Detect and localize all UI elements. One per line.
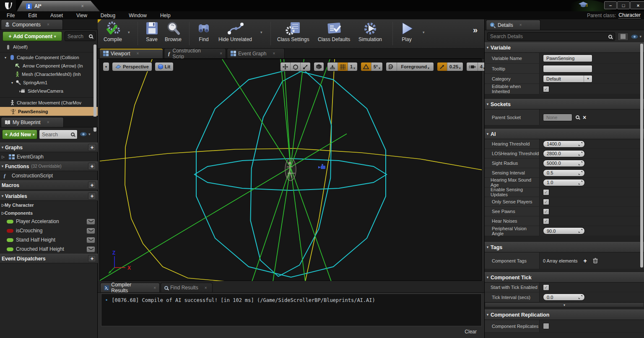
find-button[interactable]: Find	[196, 21, 211, 42]
viewport-3d[interactable]: Z X ▾ Perspective Lit	[99, 59, 482, 281]
details-view-options-button[interactable]: ▾	[631, 34, 641, 39]
advanced-properties-expander[interactable]: ▾	[485, 302, 644, 307]
add-variable-button[interactable]: +	[88, 192, 96, 200]
lit-mode-button[interactable]: Lit	[155, 62, 174, 71]
window-minimize-button[interactable]: –	[604, 1, 617, 9]
tab-construction-script[interactable]: ƒ Construction Scrip ×	[164, 48, 226, 58]
reset-to-default-icon[interactable]	[579, 229, 582, 233]
tab-details[interactable]: i Details ×	[486, 20, 540, 30]
tab-find-results[interactable]: Find Results ×	[161, 283, 213, 292]
tab-close-icon[interactable]: ×	[273, 51, 275, 56]
parent-socket-field[interactable]: None	[543, 114, 572, 121]
visibility-filter-button[interactable]: ▾	[80, 132, 91, 137]
socket-clear-icon[interactable]: ×	[583, 114, 586, 121]
component-replicates-checkbox[interactable]	[543, 323, 549, 329]
property-matrix-button[interactable]	[618, 33, 628, 41]
asset-tab-ai[interactable]: AI* ×	[17, 1, 100, 11]
2d-mode-button[interactable]: 2D	[386, 62, 397, 71]
variable-visibility-toggle[interactable]	[86, 237, 95, 243]
simulation-button[interactable]: Simulation	[358, 21, 382, 42]
peripheral-vision-angle-field[interactable]: 90.0	[543, 227, 585, 234]
variable-visibility-toggle[interactable]	[86, 228, 95, 234]
expander-icon[interactable]: ▷	[2, 203, 5, 207]
tree-item-sideviewcamera[interactable]: SideViewCamera	[0, 87, 98, 95]
see-pawns-checkbox[interactable]: ✓	[543, 208, 549, 215]
variable-name-field[interactable]: PawnSensing	[543, 55, 592, 62]
menu-view[interactable]: View	[70, 13, 94, 18]
start-with-tick-enabled-checkbox[interactable]: ✓	[543, 284, 549, 291]
tick-interval-field[interactable]: 0.0	[543, 294, 585, 301]
grid-snap-value-button[interactable]: 1▾	[348, 62, 357, 71]
tooltip-field[interactable]	[543, 65, 592, 73]
tab-close-icon[interactable]: ×	[47, 120, 49, 125]
delete-tags-icon[interactable]	[593, 258, 598, 263]
window-maximize-button[interactable]: □	[617, 1, 630, 9]
rotation-snap-value-button[interactable]: 5°▾	[371, 62, 382, 71]
add-graph-button[interactable]: +	[88, 144, 96, 151]
hearing-max-sound-age-field[interactable]: 1.0	[543, 179, 585, 186]
only-sense-players-checkbox[interactable]: ✓	[543, 199, 549, 205]
section-sockets-header[interactable]: ▾ Sockets	[485, 99, 644, 109]
move-tool-button[interactable]	[280, 62, 290, 71]
section-tags-header[interactable]: ▾ Tags	[485, 242, 644, 252]
section-component-replication-header[interactable]: ▾ Component Replication	[485, 309, 644, 320]
variable-row-player-acceleration[interactable]: Player Acceleration	[0, 217, 98, 226]
macros-header[interactable]: Macros +	[0, 180, 98, 190]
constructionscript-row[interactable]: ƒ ConstructionScript	[0, 171, 98, 180]
tree-item-capsule[interactable]: ▾ Capsule Component (Collision	[0, 53, 98, 62]
variable-category-my-character[interactable]: ▷ My Character	[0, 201, 98, 209]
tab-close-icon[interactable]: ×	[220, 51, 222, 56]
play-options-caret[interactable]: ▾	[423, 30, 425, 34]
myblueprint-search-input[interactable]: Search	[39, 130, 78, 139]
toolbar-overflow-chevrons[interactable]: »	[473, 25, 478, 35]
tree-item-character-movement[interactable]: Character Movement (CharMov	[0, 99, 98, 107]
expander-icon[interactable]: ▾	[10, 81, 14, 85]
hide-unrelated-button[interactable]: Hide Unrelated	[218, 21, 252, 42]
add-new-button[interactable]: + Add New ▾	[2, 130, 37, 139]
expander-icon[interactable]: ▾	[3, 56, 8, 60]
details-search-input[interactable]: Search Details	[487, 32, 615, 41]
variable-row-crouched-half-height[interactable]: Crouched Half Height	[0, 244, 98, 254]
expander-icon[interactable]: ▷	[2, 211, 5, 215]
sensing-interval-field[interactable]: 0.5	[543, 169, 585, 177]
world-local-toggle-button[interactable]	[314, 62, 324, 71]
tab-close-icon[interactable]: ×	[81, 4, 84, 8]
menu-debug[interactable]: Debug	[94, 13, 122, 18]
loshearing-threshold-field[interactable]: 2800.0	[543, 150, 585, 157]
window-close-button[interactable]: ×	[630, 1, 644, 9]
rotation-snap-toggle-button[interactable]	[361, 62, 371, 71]
components-search-input[interactable]: Search	[65, 31, 96, 41]
tab-close-icon[interactable]: ×	[205, 286, 207, 290]
viewport-options-button[interactable]: ▾	[103, 62, 109, 71]
rotate-tool-button[interactable]	[290, 62, 300, 71]
add-macro-button[interactable]: +	[88, 182, 96, 189]
category-dropdown[interactable]: Default ▾	[543, 75, 592, 83]
browse-button[interactable]: Browse	[165, 21, 182, 42]
eventgraph-row[interactable]: ▷ EventGraph	[0, 152, 98, 161]
scale-tool-button[interactable]	[300, 62, 310, 71]
tree-item-springarm[interactable]: ▾ SpringArm1	[0, 78, 98, 87]
enable-sensing-updates-checkbox[interactable]: ✓	[543, 189, 549, 195]
menu-file[interactable]: File	[0, 13, 21, 18]
reset-to-default-icon[interactable]	[579, 171, 582, 175]
tab-close-icon[interactable]: ×	[519, 23, 522, 27]
surface-snap-button[interactable]	[327, 62, 338, 71]
variables-header[interactable]: ▾ Variables +	[0, 191, 98, 201]
compile-options-caret[interactable]: ▾	[128, 30, 130, 34]
sight-radius-field[interactable]: 5000.0	[543, 160, 585, 167]
section-variable-header[interactable]: ▾ Variable	[485, 42, 644, 53]
save-button[interactable]: Save	[145, 21, 159, 42]
reset-to-default-icon[interactable]	[579, 142, 582, 146]
editable-when-inherited-checkbox[interactable]: ✓	[543, 86, 549, 92]
tab-close-icon[interactable]: ×	[136, 51, 139, 56]
variable-row-stand-half-height[interactable]: Stand Half Height	[0, 235, 98, 244]
play-button[interactable]: Play	[399, 21, 415, 42]
menu-help[interactable]: Help	[153, 13, 177, 18]
details-scrollbar[interactable]	[640, 44, 643, 268]
event-dispatchers-header[interactable]: Event Dispatchers +	[0, 254, 98, 263]
add-function-button[interactable]: +	[88, 163, 96, 170]
reset-to-default-icon[interactable]	[579, 152, 582, 156]
camera-gizmo[interactable]	[318, 164, 325, 169]
tab-compiler-results[interactable]: Compiler Results ×	[100, 283, 160, 292]
graphs-header[interactable]: ▾ Graphs +	[0, 143, 98, 152]
